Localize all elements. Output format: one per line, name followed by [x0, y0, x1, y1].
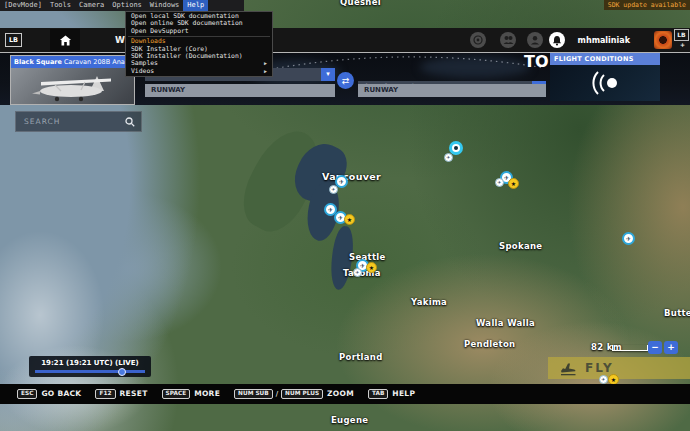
- menu-item-devmode[interactable]: [DevMode]: [0, 0, 46, 11]
- world-map-header: LB WORLD MAP mhmaliniak: [0, 28, 690, 53]
- key-space: SPACE: [162, 389, 191, 399]
- username: mhmaliniak: [578, 36, 630, 45]
- key-tab: TAB: [368, 389, 388, 399]
- selected-aircraft-card[interactable]: Black Square Caravan 208B Analog In: [10, 55, 135, 105]
- shortcut-reset[interactable]: F12 RESET: [95, 389, 147, 399]
- airport-icon[interactable]: ✈: [495, 178, 504, 187]
- shortcut-zoom[interactable]: NUM SUB / NUM PLUS ZOOM: [234, 389, 354, 399]
- star-icon: ★: [347, 216, 352, 223]
- avatar[interactable]: [654, 31, 672, 49]
- aircraft-model: Caravan 208B Analog In: [64, 58, 134, 66]
- star-icon: ★: [611, 376, 616, 383]
- menu-item-tools[interactable]: Tools: [46, 0, 75, 11]
- aircraft-brand: Black Square: [14, 58, 62, 66]
- chevron-down-icon[interactable]: ▾: [321, 68, 335, 81]
- fly-button[interactable]: FLY: [548, 357, 690, 379]
- flight-conditions-preview: [550, 65, 660, 101]
- group-icon: [503, 35, 514, 45]
- to-label: TO: [524, 52, 549, 71]
- corner-plus: +: [676, 41, 689, 49]
- departure-runway-field[interactable]: RUNWAY: [145, 84, 335, 97]
- swap-arrows-icon: ⇄: [342, 76, 350, 86]
- home-icon: [59, 34, 72, 47]
- city-label-vancouver: Vancouver: [322, 171, 381, 182]
- plane-icon: ✈: [447, 155, 451, 160]
- poi-icon[interactable]: ★: [508, 178, 519, 189]
- airport-icon[interactable]: ✈: [444, 153, 453, 162]
- key-num-sub: NUM SUB: [234, 389, 273, 399]
- flight-conditions-title: FLIGHT CONDITIONS: [550, 53, 660, 65]
- shortcut-go-back[interactable]: ESC GO BACK: [17, 389, 81, 399]
- plane-icon: ✈: [338, 214, 343, 221]
- shortcut-help[interactable]: TAB HELP: [368, 389, 415, 399]
- plane-icon: ✈: [498, 180, 502, 185]
- key-esc: ESC: [17, 389, 37, 399]
- search-input[interactable]: [16, 116, 125, 127]
- plane-icon: ✈: [356, 270, 360, 275]
- lb-controller-badge: LB: [5, 33, 22, 47]
- menu-item-windows[interactable]: Windows: [146, 0, 184, 11]
- zoom-in-button[interactable]: +: [664, 341, 678, 354]
- plane-icon: ✈: [360, 262, 365, 269]
- arrival-runway-field[interactable]: RUNWAY: [358, 84, 546, 97]
- airport-icon[interactable]: ✈: [622, 232, 635, 245]
- flight-conditions-panel[interactable]: FLIGHT CONDITIONS: [550, 53, 660, 101]
- poi-icon[interactable]: ★: [344, 214, 355, 225]
- radar-icon: [473, 35, 483, 45]
- key-f12: F12: [95, 389, 115, 399]
- city-label-spokane: Spokane: [499, 241, 542, 251]
- notifications-button[interactable]: [549, 32, 565, 48]
- menu-item-camera[interactable]: Camera: [75, 0, 108, 11]
- plane-icon: ✈: [328, 206, 333, 213]
- aircraft-photo: [11, 68, 134, 104]
- submenu-arrow-icon: ▶: [264, 68, 267, 75]
- city-label-butte: Butte: [664, 308, 690, 318]
- plane-icon: ✈: [602, 377, 606, 382]
- shortcut-more[interactable]: SPACE MORE: [162, 389, 221, 399]
- menu-item-options[interactable]: Options: [108, 0, 146, 11]
- poi-icon[interactable]: ★: [366, 262, 377, 273]
- takeoff-plane-icon: [560, 360, 577, 376]
- msfs-world-map-screen: Quesnel Vancouver Seattle Tacoma Spokane…: [0, 0, 690, 431]
- bell-icon: [552, 35, 562, 46]
- help-dropdown-menu: Open local SDK documentation Open online…: [125, 11, 273, 77]
- person-icon: [530, 35, 540, 45]
- live-traffic-button[interactable]: [470, 32, 486, 48]
- time-label: 19:21 (19:21 UTC) (LIVE): [29, 359, 151, 367]
- zoom-out-button[interactable]: −: [648, 341, 662, 354]
- corner-lb-badge: LB: [674, 29, 689, 41]
- flight-planning-bar: Black Square Caravan 208B Analog In SELE…: [0, 52, 690, 105]
- sdk-update-notice[interactable]: SDK update available: [604, 0, 690, 10]
- plane-icon: ✈: [339, 178, 344, 185]
- map-scale-bracket: [612, 345, 648, 351]
- live-weather-signal-icon: [588, 71, 622, 95]
- swap-departure-arrival-button[interactable]: ⇄: [337, 72, 354, 89]
- caravan-plane-image: [11, 68, 134, 104]
- submenu-arrow-icon: ▶: [264, 60, 267, 67]
- multiplayer-button[interactable]: [500, 32, 516, 48]
- time-slider-track[interactable]: [35, 370, 145, 373]
- star-icon: ★: [369, 264, 374, 271]
- city-label-eugene: Eugene: [331, 415, 368, 425]
- shortcut-separator: /: [276, 390, 278, 398]
- city-label-walla-walla: Walla Walla: [476, 318, 535, 328]
- airport-icon[interactable]: ✈: [329, 185, 338, 194]
- menu-item-help[interactable]: Help: [183, 0, 208, 11]
- time-slider-handle[interactable]: [118, 368, 126, 376]
- airport-icon[interactable]: ✈: [599, 375, 608, 384]
- shortcut-bar: ESC GO BACK F12 RESET SPACE MORE NUM SUB…: [0, 384, 690, 404]
- devmode-menu-bar: [DevMode] Tools Camera Options Windows H…: [0, 0, 244, 11]
- help-menu-item-open-devsupport[interactable]: Open DevSupport: [126, 28, 272, 35]
- plane-icon: ✈: [332, 187, 336, 192]
- airport-icon[interactable]: ✈: [353, 268, 362, 277]
- fly-button-label: FLY: [585, 361, 614, 375]
- profile-button[interactable]: [527, 32, 543, 48]
- key-num-plus: NUM PLUS: [281, 389, 323, 399]
- city-label-yakima: Yakima: [411, 297, 447, 307]
- home-button[interactable]: [50, 29, 80, 51]
- city-label-portland: Portland: [339, 352, 383, 362]
- help-menu-item-videos[interactable]: Videos▶: [126, 68, 272, 75]
- search-icon: [125, 117, 135, 127]
- map-search-bar: [15, 111, 142, 132]
- time-of-day-panel: 19:21 (19:21 UTC) (LIVE): [29, 356, 151, 377]
